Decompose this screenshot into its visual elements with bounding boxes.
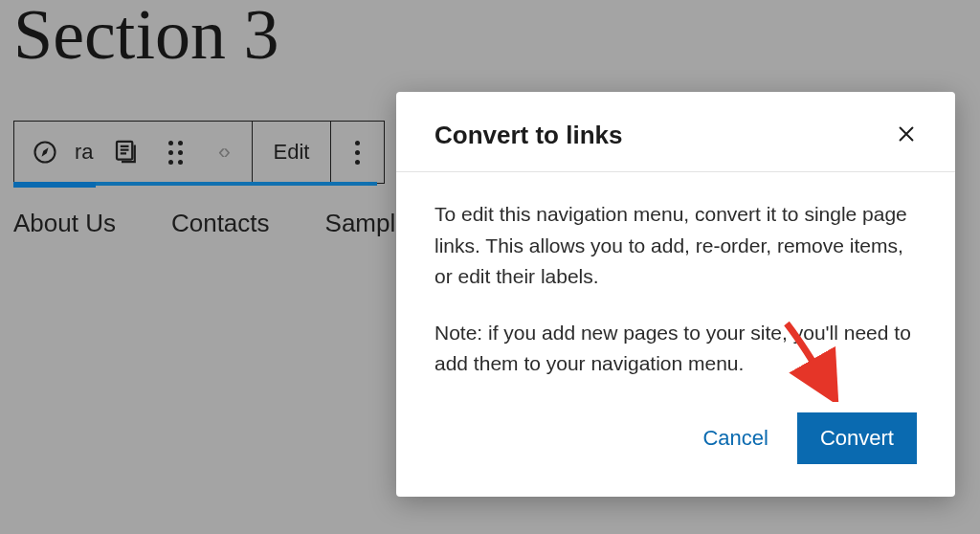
drag-handle-icon[interactable] (157, 121, 193, 184)
nav-link-about[interactable]: About Us (13, 209, 116, 238)
modal-paragraph-1: To edit this navigation menu, convert it… (434, 199, 917, 293)
page-list-icon[interactable] (96, 121, 157, 184)
modal-title: Convert to links (434, 121, 622, 150)
move-arrows[interactable]: ‹ › (193, 121, 253, 184)
more-options-button[interactable] (331, 121, 385, 184)
convert-button[interactable]: Convert (797, 412, 917, 464)
modal-footer: Cancel Convert (396, 412, 955, 497)
block-toolbar: ra ‹ › Edit (13, 121, 385, 184)
close-icon[interactable] (896, 123, 917, 148)
page-root: Section 3 ra ‹ › Edit About (0, 0, 980, 534)
compass-icon[interactable] (13, 121, 75, 184)
edit-button[interactable]: Edit (253, 121, 331, 184)
toolbar-text-fragment: ra (75, 121, 96, 184)
modal-header: Convert to links (396, 92, 955, 172)
convert-to-links-modal: Convert to links To edit this navigation… (396, 92, 955, 497)
modal-paragraph-2: Note: if you add new pages to your site,… (434, 318, 917, 380)
toolbar-underline-active (13, 182, 96, 188)
nav-link-contacts[interactable]: Contacts (171, 209, 270, 238)
page-title: Section 3 (13, 0, 278, 76)
nav-links-row: About Us Contacts Sample P (13, 209, 433, 238)
cancel-button[interactable]: Cancel (702, 426, 768, 451)
modal-body: To edit this navigation menu, convert it… (396, 172, 955, 412)
